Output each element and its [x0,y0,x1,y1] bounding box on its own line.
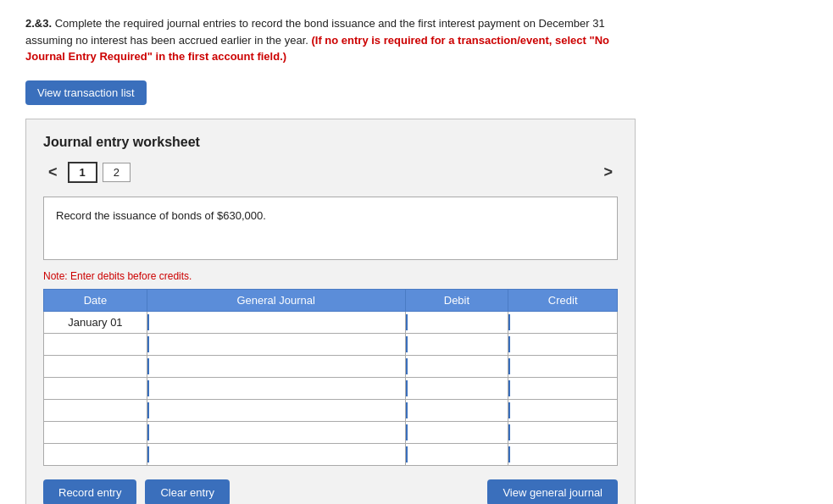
view-transaction-button[interactable]: View transaction list [25,80,147,105]
debit-cell-1[interactable] [405,311,508,333]
date-cell-2 [44,333,147,355]
journal-input-5[interactable] [147,400,405,421]
tab-nav-row: < 1 2 > [43,162,618,183]
tab-2[interactable]: 2 [103,163,131,182]
credit-cell-1[interactable] [508,311,618,333]
record-description: Record the issuance of bonds of $630,000… [43,197,618,260]
journal-input-1[interactable] [147,312,405,333]
debit-input-6[interactable] [406,422,508,443]
nav-prev-button[interactable]: < [43,162,63,183]
table-row: January 01 [44,311,618,333]
col-header-credit: Credit [508,289,618,311]
journal-input-6[interactable] [147,422,405,443]
journal-input-2[interactable] [147,334,405,355]
col-header-journal: General Journal [147,289,405,311]
debit-input-5[interactable] [406,400,508,421]
credit-input-3[interactable] [508,356,617,377]
debit-input-3[interactable] [406,356,508,377]
journal-cell-7[interactable] [147,443,405,465]
debit-input-1[interactable] [406,312,508,333]
debit-input-7[interactable] [406,444,508,465]
date-cell-5 [44,399,147,421]
instructions-number: 2.&3. [25,17,52,30]
tab-1[interactable]: 1 [68,162,97,183]
credit-cell-6[interactable] [508,421,618,443]
debit-cell-6[interactable] [405,421,508,443]
debit-cell-3[interactable] [405,355,508,377]
table-row [44,333,618,355]
table-row [44,443,618,465]
worksheet-box: Journal entry worksheet < 1 2 > Record t… [25,119,636,505]
credit-input-1[interactable] [508,312,617,333]
credit-input-7[interactable] [508,444,617,465]
debit-cell-7[interactable] [405,443,508,465]
credit-input-5[interactable] [508,400,617,421]
view-general-journal-button[interactable]: View general journal [487,479,618,505]
date-cell-4 [44,377,147,399]
instructions-text: 2.&3. Complete the required journal entr… [25,15,636,65]
journal-input-3[interactable] [147,356,405,377]
col-header-debit: Debit [405,289,508,311]
credit-input-2[interactable] [508,334,617,355]
credit-cell-5[interactable] [508,399,618,421]
journal-cell-6[interactable] [147,421,405,443]
table-row [44,421,618,443]
journal-input-7[interactable] [147,444,405,465]
table-row [44,377,618,399]
bottom-buttons: Record entry Clear entry View general jo… [43,479,618,505]
journal-table: Date General Journal Debit Credit Januar… [43,289,618,466]
journal-cell-1[interactable] [147,311,405,333]
date-cell-6 [44,421,147,443]
clear-entry-button[interactable]: Clear entry [145,479,230,505]
credit-cell-2[interactable] [508,333,618,355]
debit-input-2[interactable] [406,334,508,355]
debit-cell-4[interactable] [405,377,508,399]
journal-cell-4[interactable] [147,377,405,399]
date-cell-7 [44,443,147,465]
credit-input-4[interactable] [508,378,617,399]
debit-cell-2[interactable] [405,333,508,355]
journal-cell-3[interactable] [147,355,405,377]
credit-cell-3[interactable] [508,355,618,377]
table-row [44,399,618,421]
date-cell-1: January 01 [44,311,147,333]
date-cell-3 [44,355,147,377]
credit-cell-7[interactable] [508,443,618,465]
table-row [44,355,618,377]
journal-cell-2[interactable] [147,333,405,355]
worksheet-title: Journal entry worksheet [43,135,618,150]
nav-next-button[interactable]: > [598,162,618,183]
col-header-date: Date [44,289,147,311]
debit-cell-5[interactable] [405,399,508,421]
journal-cell-5[interactable] [147,399,405,421]
debit-input-4[interactable] [406,378,508,399]
credit-cell-4[interactable] [508,377,618,399]
journal-input-4[interactable] [147,378,405,399]
note-text: Note: Enter debits before credits. [43,270,618,282]
record-entry-button[interactable]: Record entry [43,479,136,505]
credit-input-6[interactable] [508,422,617,443]
